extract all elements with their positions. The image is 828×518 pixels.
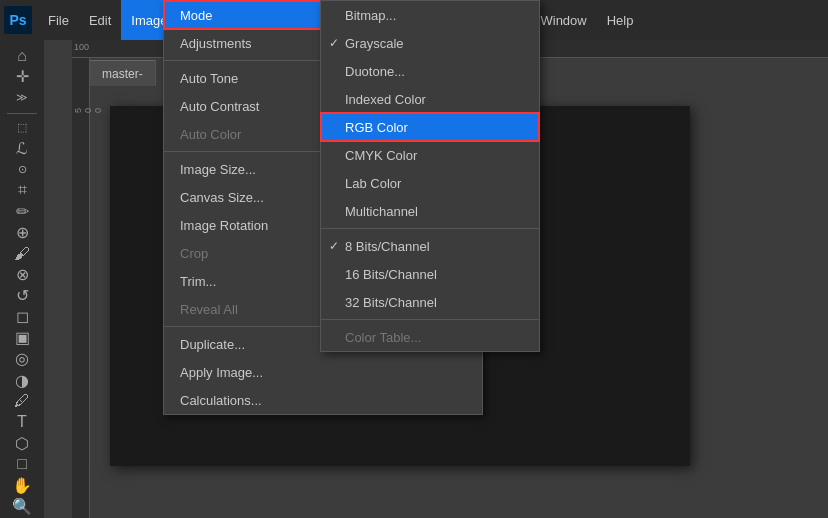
eyedropper-tool[interactable]: ✏ [5, 202, 39, 221]
ruler-left: 500 [72, 58, 90, 518]
path-tool[interactable]: ⬡ [5, 434, 39, 453]
blur-tool[interactable]: ◎ [5, 349, 39, 368]
mode-32bits[interactable]: 32 Bits/Channel [321, 288, 539, 316]
shape-tool[interactable]: □ [5, 455, 39, 474]
dropdown-calculations[interactable]: Calculations... [164, 386, 482, 414]
mode-16bits[interactable]: 16 Bits/Channel [321, 260, 539, 288]
mode-8bits[interactable]: 8 Bits/Channel [321, 232, 539, 260]
mode-sep1 [321, 228, 539, 229]
home-tool[interactable]: ⌂ [5, 46, 39, 65]
canvas-tab[interactable]: master- [90, 60, 156, 86]
menu-edit[interactable]: Edit [79, 0, 121, 40]
brush-tool[interactable]: 🖌 [5, 244, 39, 263]
mode-lab-color[interactable]: Lab Color [321, 169, 539, 197]
ps-logo: Ps [4, 6, 32, 34]
quick-select-tool[interactable]: ⊙ [5, 160, 39, 179]
mode-bitmap[interactable]: Bitmap... [321, 1, 539, 29]
artboard-tool[interactable]: ≫ [5, 88, 39, 107]
mode-sep2 [321, 319, 539, 320]
menu-file[interactable]: File [38, 0, 79, 40]
left-toolbar: ⌂ ✛ ≫ ⬚ ℒ ⊙ ⌗ ✏ ⊕ 🖌 ⊗ ↺ ◻ ▣ ◎ ◑ 🖊 T ⬡ □ … [0, 40, 44, 518]
eraser-tool[interactable]: ◻ [5, 307, 39, 326]
marquee-tool[interactable]: ⬚ [5, 118, 39, 137]
heal-tool[interactable]: ⊕ [5, 223, 39, 242]
move-tool[interactable]: ✛ [5, 67, 39, 86]
crop-tool[interactable]: ⌗ [5, 181, 39, 200]
clone-tool[interactable]: ⊗ [5, 265, 39, 284]
menu-help[interactable]: Help [597, 0, 644, 40]
lasso-tool[interactable]: ℒ [5, 139, 39, 158]
mode-color-table: Color Table... [321, 323, 539, 351]
mode-grayscale[interactable]: Grayscale [321, 29, 539, 57]
type-tool[interactable]: T [5, 413, 39, 432]
gradient-tool[interactable]: ▣ [5, 328, 39, 347]
mode-rgb-color[interactable]: RGB Color [321, 113, 539, 141]
pen-tool[interactable]: 🖊 [5, 392, 39, 411]
zoom-tool[interactable]: 🔍 [5, 497, 39, 516]
mode-submenu: Bitmap... Grayscale Duotone... Indexed C… [320, 0, 540, 352]
mode-duotone[interactable]: Duotone... [321, 57, 539, 85]
dodge-tool[interactable]: ◑ [5, 371, 39, 390]
history-brush-tool[interactable]: ↺ [5, 286, 39, 305]
menu-window[interactable]: Window [530, 0, 596, 40]
mode-multichannel[interactable]: Multichannel [321, 197, 539, 225]
dropdown-apply-image[interactable]: Apply Image... [164, 358, 482, 386]
mode-indexed-color[interactable]: Indexed Color [321, 85, 539, 113]
mode-cmyk-color[interactable]: CMYK Color [321, 141, 539, 169]
hand-tool[interactable]: ✋ [5, 476, 39, 495]
